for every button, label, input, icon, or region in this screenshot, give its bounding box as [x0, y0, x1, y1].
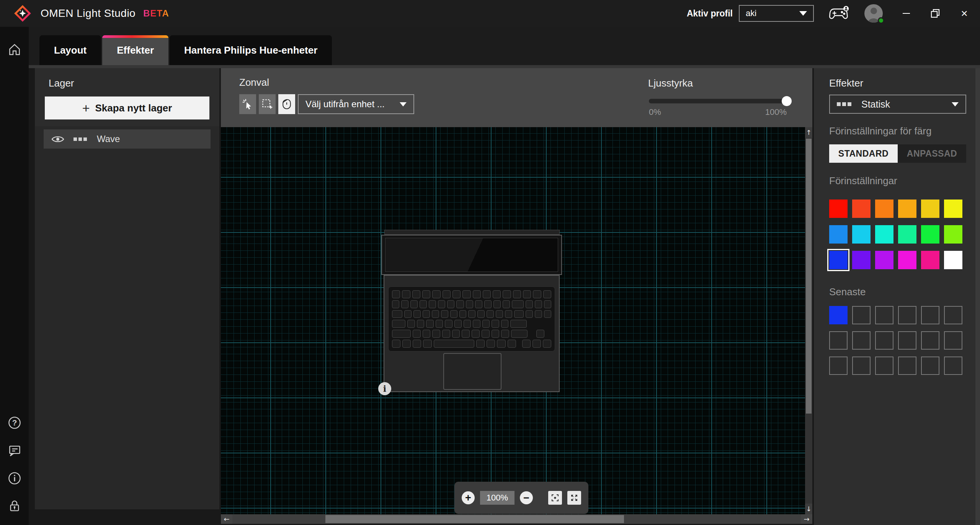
color-swatch[interactable] [852, 225, 871, 244]
device-info-badge[interactable]: i [378, 382, 391, 395]
color-swatch[interactable] [944, 225, 962, 244]
color-swatch[interactable] [944, 200, 962, 218]
color-swatch[interactable] [875, 225, 893, 244]
keyboard-key [450, 310, 457, 318]
brightness-slider-thumb[interactable] [782, 96, 792, 106]
color-swatch[interactable] [829, 251, 848, 269]
zoom-in-button[interactable]: + [462, 491, 475, 504]
home-icon[interactable] [7, 42, 22, 57]
effect-type-dropdown[interactable]: Statisk [829, 95, 966, 114]
keyboard-key [544, 300, 551, 308]
device-select-dropdown[interactable]: Välj utifrån enhet ... [298, 94, 414, 114]
color-swatch[interactable] [898, 200, 916, 218]
keyboard-key [466, 300, 473, 308]
layers-panel: Lager + Skapa nytt lager Wave [35, 68, 219, 509]
laptop-device-illustration[interactable] [381, 230, 563, 392]
recent-color-empty-slot[interactable] [944, 306, 962, 324]
color-swatch[interactable] [921, 200, 939, 218]
zoom-toolbar: + 100% − [454, 482, 588, 514]
keyboard-key [493, 290, 501, 298]
zoom-out-button[interactable]: − [520, 491, 533, 504]
color-swatch[interactable] [898, 251, 916, 269]
scroll-left-button[interactable]: ← [221, 514, 232, 524]
drag-handle-icon[interactable] [74, 137, 87, 141]
color-swatch[interactable] [852, 251, 871, 269]
canvas-horizontal-scrollbar[interactable]: ← → [221, 514, 812, 524]
mouse-select-tool-button[interactable] [278, 94, 295, 114]
recent-color-empty-slot[interactable] [921, 306, 939, 324]
marquee-select-tool-button[interactable] [259, 94, 276, 114]
recent-color-empty-slot[interactable] [852, 357, 871, 375]
laptop-keyboard-zone[interactable] [388, 286, 555, 352]
recent-color-empty-slot[interactable] [875, 306, 893, 324]
keyboard-key [473, 290, 481, 298]
keyboard-key [392, 300, 399, 308]
color-swatch[interactable] [829, 225, 848, 244]
click-select-tool-button[interactable] [239, 94, 256, 114]
tab-effekter[interactable]: Effekter [102, 35, 168, 65]
keyboard-key [503, 300, 510, 308]
color-swatch[interactable] [875, 200, 893, 218]
keyboard-key [496, 310, 503, 318]
profile-dropdown[interactable]: aki [739, 5, 814, 22]
recent-color-swatch[interactable] [829, 306, 848, 324]
zone-canvas[interactable]: i + 100% − [221, 127, 805, 514]
minimize-button[interactable] [900, 8, 912, 19]
color-swatch[interactable] [921, 225, 939, 244]
keyboard-key [436, 320, 443, 328]
user-avatar[interactable] [864, 4, 883, 23]
recent-color-empty-slot[interactable] [875, 357, 893, 375]
brightness-slider[interactable] [649, 99, 787, 103]
recent-color-empty-slot[interactable] [852, 306, 871, 324]
effects-panel-scroll-track [975, 68, 980, 525]
fit-expand-button[interactable] [567, 491, 581, 505]
keyboard-key [497, 340, 505, 348]
keyboard-key [407, 320, 415, 328]
cursor-click-icon [242, 98, 253, 110]
horizontal-scrollbar-thumb[interactable] [325, 515, 624, 523]
help-icon[interactable]: ? [7, 415, 22, 430]
scroll-right-button[interactable]: → [801, 514, 812, 524]
color-swatch[interactable] [829, 200, 848, 218]
color-swatch[interactable] [944, 251, 962, 269]
recent-color-empty-slot[interactable] [944, 357, 962, 375]
keyboard-key [432, 310, 439, 318]
create-layer-button[interactable]: + Skapa nytt lager [45, 96, 209, 119]
keyboard-key [484, 300, 492, 308]
scroll-up-button[interactable]: ↑ [805, 127, 812, 138]
recent-color-empty-slot[interactable] [875, 331, 893, 350]
game-profiles-icon[interactable] [828, 6, 850, 21]
lock-icon[interactable] [7, 499, 22, 513]
recent-color-empty-slot[interactable] [944, 331, 962, 350]
zone-toolbar: Zonval Väl [221, 68, 812, 127]
vertical-scrollbar-thumb[interactable] [806, 139, 812, 414]
canvas-vertical-scrollbar[interactable]: ↑ ↓ [805, 127, 812, 514]
keyboard-key [420, 300, 427, 308]
color-swatch[interactable] [852, 200, 871, 218]
recent-color-empty-slot[interactable] [921, 331, 939, 350]
laptop-trackpad-zone[interactable] [443, 353, 501, 390]
mode-custom-button[interactable]: ANPASSAD [898, 144, 966, 163]
recent-color-empty-slot[interactable] [898, 331, 916, 350]
restore-button[interactable] [929, 8, 941, 19]
recent-color-empty-slot[interactable] [898, 306, 916, 324]
laptop-base [384, 275, 560, 392]
recent-color-empty-slot[interactable] [829, 331, 848, 350]
recent-color-empty-slot[interactable] [921, 357, 939, 375]
layer-row-wave[interactable]: Wave [44, 129, 211, 149]
recent-color-empty-slot[interactable] [829, 357, 848, 375]
tab-layout[interactable]: Layout [39, 35, 101, 65]
mode-standard-button[interactable]: STANDARD [829, 144, 898, 163]
tab-hantera-philips-hue[interactable]: Hantera Philips Hue-enheter [170, 35, 332, 65]
color-swatch[interactable] [875, 251, 893, 269]
recent-color-empty-slot[interactable] [852, 331, 871, 350]
info-icon[interactable] [7, 471, 22, 486]
scroll-down-button[interactable]: ↓ [805, 504, 812, 514]
center-view-button[interactable] [548, 491, 562, 505]
visibility-eye-icon[interactable] [51, 135, 64, 143]
color-swatch[interactable] [921, 251, 939, 269]
feedback-icon[interactable] [7, 443, 22, 458]
color-swatch[interactable] [898, 225, 916, 244]
recent-color-empty-slot[interactable] [898, 357, 916, 375]
close-button[interactable]: × [959, 8, 970, 19]
